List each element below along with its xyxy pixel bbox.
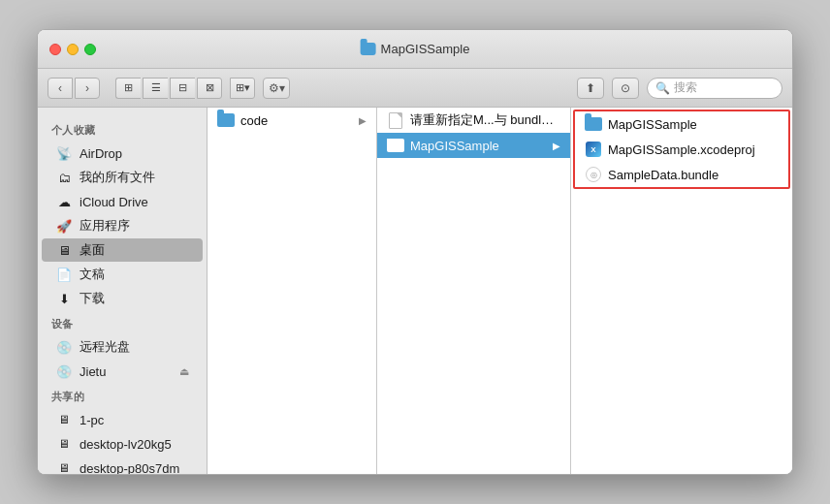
sidebar-item-icloud[interactable]: iCloud Drive [42, 190, 203, 213]
title-folder-icon [361, 43, 376, 55]
file-name-xcodeproj: MapGISSample.xcodeproj [608, 142, 779, 157]
sidebar-label-docs: 文稿 [80, 266, 105, 283]
sidebar-label-icloud: iCloud Drive [80, 195, 148, 209]
eject-icon[interactable]: ⏏ [179, 365, 189, 378]
apps-icon [55, 217, 73, 235]
folder-icon-mapgis [387, 137, 404, 154]
sidebar-item-docs[interactable]: 文稿 [42, 263, 203, 286]
sidebar-label-desktop: 桌面 [80, 241, 105, 259]
file-name-code: code [240, 113, 353, 128]
desktop-p8-icon [55, 459, 73, 474]
view-buttons: ⊞ ☰ ⊟ ⊠ [115, 78, 222, 99]
remote-icon [55, 338, 73, 356]
action-button[interactable]: ⚙▾ [263, 78, 290, 99]
close-button[interactable] [49, 44, 61, 55]
airdrop-icon [55, 144, 73, 162]
icloud-icon [55, 193, 73, 210]
desktop-icon [55, 241, 73, 259]
window-title: MapGISSample [361, 42, 470, 56]
finder-window: MapGISSample ‹ › ⊞ ☰ ⊟ ⊠ ⊞▾ ⚙▾ ⬆ [37, 29, 793, 475]
sidebar-item-jietu[interactable]: Jietu ⏏ [42, 360, 203, 383]
sidebar-item-remote[interactable]: 远程光盘 [42, 335, 203, 359]
sidebar-item-airdrop[interactable]: AirDrop [42, 142, 203, 165]
back-icon: ‹ [58, 81, 62, 95]
sidebar-header-shared: 共享的 [38, 384, 207, 407]
forward-button[interactable]: › [75, 78, 100, 99]
sidebar-label-desktop-lv: desktop-lv20kg5 [80, 437, 172, 452]
desktop-lv-icon [55, 435, 73, 453]
cover-view-button[interactable]: ⊠ [197, 78, 222, 99]
view-dropdown-button[interactable]: ⊞▾ [230, 78, 255, 99]
sidebar-label-desktop-p8: desktop-p80s7dm [80, 461, 179, 475]
file-name-mapgissample: MapGISSample [608, 117, 779, 132]
docs-icon [55, 266, 73, 283]
sidebar-item-pc1[interactable]: 1-pc [42, 408, 203, 431]
sidebar-item-apps[interactable]: 应用程序 [42, 214, 203, 237]
sidebar-item-desktop-lv[interactable]: desktop-lv20kg5 [42, 432, 203, 456]
column-view-button[interactable]: ⊟ [170, 78, 195, 99]
nav-buttons: ‹ › [48, 78, 100, 99]
sidebar-label-jietu: Jietu [80, 364, 173, 379]
icon-view-button[interactable]: ⊞ [115, 78, 141, 99]
sidebar-item-desktop[interactable]: 桌面 [42, 238, 203, 262]
sidebar-item-allfiles[interactable]: 我的所有文件 [42, 166, 203, 189]
file-item-xcodeproj[interactable]: X MapGISSample.xcodeproj [575, 137, 788, 162]
main-area: 个人收藏 AirDrop 我的所有文件 iCloud Drive 应用程序 桌面 [38, 108, 792, 474]
gear-icon: ⚙▾ [269, 81, 285, 95]
traffic-lights [49, 44, 96, 55]
titlebar: MapGISSample [38, 30, 792, 69]
file-columns: code ▶ 请重新指定M...与 bundle.rtf MapGISSampl… [208, 108, 792, 474]
sidebar-label-remote: 远程光盘 [80, 338, 130, 356]
sidebar-label-allfiles: 我的所有文件 [80, 169, 155, 186]
sidebar-item-download[interactable]: 下载 [42, 287, 203, 310]
sidebar-header-favorites: 个人收藏 [38, 117, 207, 141]
list-view-button[interactable]: ☰ [143, 78, 168, 99]
allfiles-icon [55, 169, 73, 186]
file-item-rtf[interactable]: 请重新指定M...与 bundle.rtf [377, 108, 570, 133]
doc-icon-rtf [387, 111, 404, 129]
file-item-code[interactable]: code ▶ [208, 108, 376, 133]
download-icon [55, 290, 73, 307]
folder-icon-mapgissample [585, 115, 602, 133]
search-icon: 🔍 [655, 81, 670, 95]
sidebar: 个人收藏 AirDrop 我的所有文件 iCloud Drive 应用程序 桌面 [38, 108, 208, 474]
tag-button[interactable]: ⊙ [612, 78, 639, 99]
share-icon: ⬆ [586, 81, 595, 95]
file-item-bundle[interactable]: ◎ SampleData.bundle [575, 162, 788, 187]
tag-icon: ⊙ [621, 81, 630, 95]
sidebar-item-desktop-p8[interactable]: desktop-p80s7dm [42, 457, 203, 474]
file-name-mapgis: MapGISSample [410, 139, 547, 153]
arrow-icon-mapgis: ▶ [553, 141, 560, 151]
file-column-1: code ▶ [208, 108, 377, 474]
arrow-icon-code: ▶ [359, 115, 367, 126]
maximize-button[interactable] [84, 44, 96, 55]
file-item-mapgissample[interactable]: MapGISSample [575, 111, 788, 137]
bundle-icon-item: ◎ [585, 166, 602, 183]
sidebar-label-apps: 应用程序 [80, 217, 130, 235]
search-placeholder: 搜索 [674, 79, 697, 96]
file-name-bundle: SampleData.bundle [608, 168, 779, 182]
search-box[interactable]: 🔍 搜索 [647, 78, 782, 99]
sidebar-label-download: 下载 [80, 290, 105, 307]
sidebar-label-airdrop: AirDrop [80, 146, 122, 161]
forward-icon: › [85, 81, 89, 95]
highlighted-group: MapGISSample X MapGISSample.xcodeproj ◎ … [573, 110, 790, 189]
title-label: MapGISSample [381, 42, 470, 56]
file-column-3: MapGISSample X MapGISSample.xcodeproj ◎ … [571, 108, 792, 474]
back-button[interactable]: ‹ [48, 78, 73, 99]
minimize-button[interactable] [67, 44, 79, 55]
file-item-mapgis[interactable]: MapGISSample ▶ [377, 133, 570, 158]
view-dropdown-group: ⊞▾ [230, 78, 255, 99]
share-button[interactable]: ⬆ [577, 78, 604, 99]
file-name-rtf: 请重新指定M...与 bundle.rtf [410, 111, 560, 129]
toolbar: ‹ › ⊞ ☰ ⊟ ⊠ ⊞▾ ⚙▾ ⬆ ⊙ 🔍 搜索 [38, 69, 792, 108]
file-column-2: 请重新指定M...与 bundle.rtf MapGISSample ▶ [377, 108, 571, 474]
sidebar-label-pc1: 1-pc [80, 413, 104, 427]
jietu-icon [55, 362, 73, 380]
folder-icon-code [217, 111, 235, 129]
xcode-icon-item: X [585, 141, 602, 158]
pc1-icon [55, 411, 73, 428]
sidebar-header-devices: 设备 [38, 311, 207, 334]
